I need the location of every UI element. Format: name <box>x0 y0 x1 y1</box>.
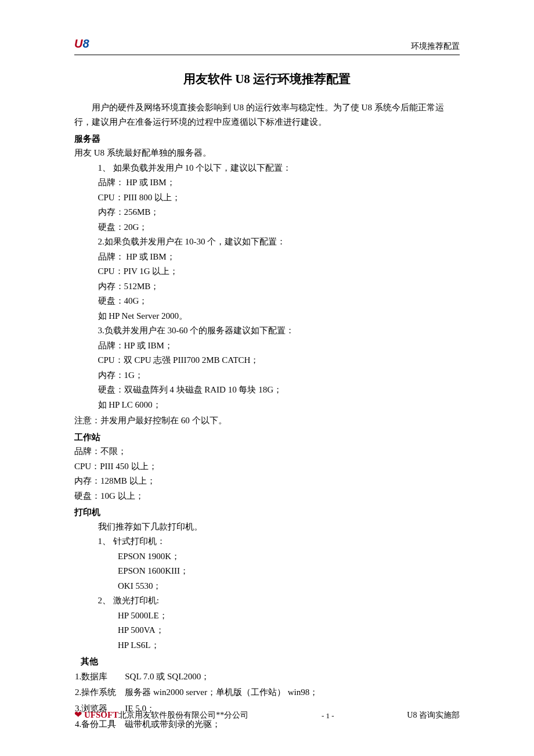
server-tier1-brand: 品牌： HP 或 IBM； <box>74 175 460 190</box>
server-tier2-cpu: CPU：PIV 1G 以上； <box>74 264 460 279</box>
server-tier1-head: 1、 如果负载并发用户 10 个以下，建议以下配置： <box>74 161 460 176</box>
header-divider <box>74 55 460 55</box>
page-title: 用友软件 U8 运行环境推荐配置 <box>74 69 460 90</box>
logo-u8: U8 <box>74 34 89 53</box>
footer-company: 北京用友软件股份有限公司**分公司 <box>118 711 248 719</box>
server-tier1-disk: 硬盘：20G； <box>74 220 460 235</box>
logo-digit-8: 8 <box>82 37 89 50</box>
server-tier2-example: 如 HP Net Server 2000。 <box>74 309 460 324</box>
footer-department: U8 咨询实施部 <box>407 708 460 722</box>
server-tier2-head: 2.如果负载并发用户在 10-30 个，建议如下配置： <box>74 235 460 250</box>
server-tier3-brand: 品牌：HP 或 IBM； <box>74 339 460 354</box>
server-tier3-cpu: CPU：双 CPU 志强 PIII700 2MB CATCH； <box>74 353 460 368</box>
server-tier2-disk: 硬盘：40G； <box>74 294 460 309</box>
printer-laser-head: 2、 激光打印机: <box>74 593 460 609</box>
footer: ❤ UFSOFT北京用友软件股份有限公司**分公司 - 1 - U8 咨询实施部 <box>74 707 460 722</box>
server-tier3-disk: 硬盘：双磁盘阵列 4 块磁盘 RAID 10 每块 18G； <box>74 383 460 398</box>
server-tier3-mem: 内存：1G； <box>74 368 460 383</box>
other-row-key: 2.操作系统 <box>74 685 124 701</box>
other-table: 1.数据库SQL 7.0 或 SQL2000； 2.操作系统服务器 win200… <box>74 669 319 733</box>
intro-paragraph: 用户的硬件及网络环境直接会影响到 U8 的运行效率与稳定性。为了使 U8 系统今… <box>74 100 460 130</box>
printer-laser-1: HP 5000LE； <box>74 609 460 624</box>
header: U8 环境推荐配置 <box>74 34 460 53</box>
ws-cpu: CPU：PIII 450 以上； <box>74 459 460 474</box>
server-tier1-cpu: CPU：PIII 800 以上； <box>74 190 460 206</box>
server-tier3-head: 3.负载并发用户在 30-60 个的服务器建议如下配置： <box>74 323 460 339</box>
section-heading-printer: 打印机 <box>74 505 460 520</box>
printer-laser-2: HP 500VA； <box>74 623 460 638</box>
server-note: 注意：并发用户最好控制在 60 个以下。 <box>74 413 460 429</box>
ws-mem: 内存：128MB 以上； <box>74 474 460 489</box>
other-row-val: SQL 7.0 或 SQL2000； <box>124 669 319 685</box>
other-row-val: 服务器 win2000 server；单机版（工作站） win98； <box>124 685 319 701</box>
server-intro: 用友 U8 系统最好配单独的服务器。 <box>74 146 460 161</box>
section-heading-other: 其他 <box>74 654 460 669</box>
server-tier2-mem: 内存：512MB； <box>74 279 460 294</box>
section-heading-workstation: 工作站 <box>74 430 460 445</box>
printer-dot-1: EPSON 1900K； <box>74 549 460 564</box>
footer-brand-text: UFSOFT <box>84 710 118 719</box>
footer-brand: ❤ UFSOFT北京用友软件股份有限公司**分公司 <box>74 707 248 722</box>
server-tier3-example: 如 HP LC 6000； <box>74 398 460 413</box>
other-row-key: 1.数据库 <box>74 669 124 685</box>
table-row: 1.数据库SQL 7.0 或 SQL2000； <box>74 669 319 685</box>
printer-dot-3: OKI 5530； <box>74 579 460 594</box>
section-heading-server: 服务器 <box>74 131 460 146</box>
server-tier1-mem: 内存：256MB； <box>74 205 460 220</box>
printer-laser-3: HP LS6L； <box>74 638 460 653</box>
server-tier2-brand: 品牌： HP 或 IBM； <box>74 250 460 265</box>
footer-page-number: - 1 - <box>322 710 334 722</box>
page: U8 环境推荐配置 用友软件 U8 运行环境推荐配置 用户的硬件及网络环境直接会… <box>0 0 534 756</box>
ws-brand: 品牌：不限； <box>74 444 460 459</box>
ws-disk: 硬盘：10G 以上； <box>74 489 460 504</box>
printer-dot-head: 1、 针式打印机： <box>74 534 460 549</box>
header-right-label: 环境推荐配置 <box>411 39 460 53</box>
logo-letter-u: U <box>74 37 82 50</box>
printer-intro: 我们推荐如下几款打印机。 <box>74 520 460 535</box>
ufsoft-heart-icon: ❤ <box>74 707 82 722</box>
printer-dot-2: EPSON 1600KIII； <box>74 564 460 579</box>
table-row: 2.操作系统服务器 win2000 server；单机版（工作站） win98； <box>74 685 319 701</box>
